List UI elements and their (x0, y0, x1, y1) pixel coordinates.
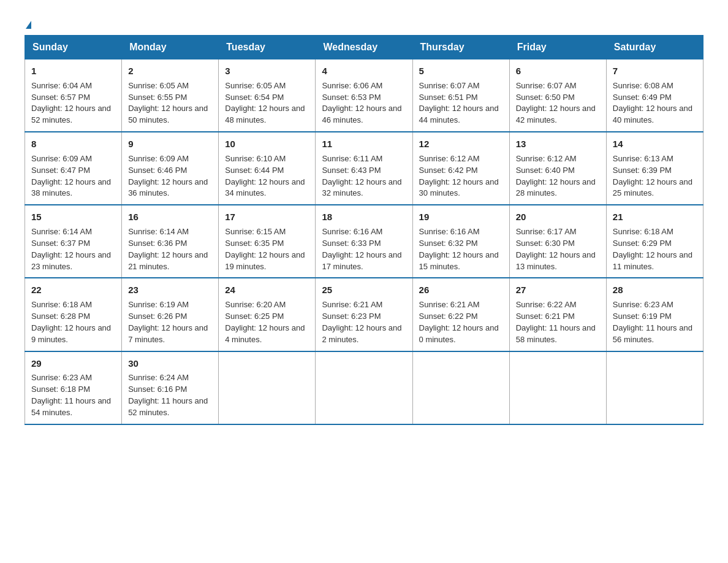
day-info: Sunrise: 6:04 AMSunset: 6:57 PMDaylight:… (31, 80, 115, 126)
calendar-week-row: 8Sunrise: 6:09 AMSunset: 6:47 PMDaylight… (25, 132, 703, 205)
table-row: 25Sunrise: 6:21 AMSunset: 6:23 PMDayligh… (316, 278, 412, 351)
table-row (412, 351, 509, 424)
day-info: Sunrise: 6:21 AMSunset: 6:22 PMDaylight:… (419, 299, 503, 345)
day-info: Sunrise: 6:07 AMSunset: 6:51 PMDaylight:… (419, 80, 503, 126)
day-number: 8 (31, 137, 115, 151)
day-info: Sunrise: 6:24 AMSunset: 6:16 PMDaylight:… (128, 372, 212, 418)
table-row: 8Sunrise: 6:09 AMSunset: 6:47 PMDaylight… (25, 132, 122, 205)
day-info: Sunrise: 6:17 AMSunset: 6:30 PMDaylight:… (516, 226, 600, 272)
table-row: 11Sunrise: 6:11 AMSunset: 6:43 PMDayligh… (316, 132, 412, 205)
table-row: 24Sunrise: 6:20 AMSunset: 6:25 PMDayligh… (219, 278, 316, 351)
day-info: Sunrise: 6:07 AMSunset: 6:50 PMDaylight:… (516, 80, 600, 126)
day-info: Sunrise: 6:12 AMSunset: 6:42 PMDaylight:… (419, 153, 503, 199)
calendar-table: Sunday Monday Tuesday Wednesday Thursday… (25, 35, 703, 425)
table-row (509, 351, 606, 424)
col-saturday: Saturday (606, 36, 703, 59)
day-number: 15 (31, 210, 115, 224)
day-info: Sunrise: 6:09 AMSunset: 6:47 PMDaylight:… (31, 153, 115, 199)
table-row: 30Sunrise: 6:24 AMSunset: 6:16 PMDayligh… (122, 351, 219, 424)
table-row: 20Sunrise: 6:17 AMSunset: 6:30 PMDayligh… (509, 205, 606, 278)
day-info: Sunrise: 6:20 AMSunset: 6:25 PMDaylight:… (225, 299, 309, 345)
table-row (219, 351, 316, 424)
day-number: 30 (128, 357, 212, 370)
day-info: Sunrise: 6:16 AMSunset: 6:33 PMDaylight:… (322, 226, 406, 272)
day-info: Sunrise: 6:06 AMSunset: 6:53 PMDaylight:… (322, 80, 406, 126)
table-row: 10Sunrise: 6:10 AMSunset: 6:44 PMDayligh… (219, 132, 316, 205)
calendar-week-row: 29Sunrise: 6:23 AMSunset: 6:18 PMDayligh… (25, 351, 703, 424)
col-wednesday: Wednesday (316, 36, 412, 59)
table-row: 29Sunrise: 6:23 AMSunset: 6:18 PMDayligh… (25, 351, 122, 424)
day-info: Sunrise: 6:14 AMSunset: 6:36 PMDaylight:… (128, 226, 212, 272)
day-info: Sunrise: 6:08 AMSunset: 6:49 PMDaylight:… (613, 80, 697, 126)
table-row: 9Sunrise: 6:09 AMSunset: 6:46 PMDaylight… (122, 132, 219, 205)
day-number: 14 (613, 137, 697, 151)
table-row: 22Sunrise: 6:18 AMSunset: 6:28 PMDayligh… (25, 278, 122, 351)
day-number: 9 (128, 137, 212, 151)
day-info: Sunrise: 6:23 AMSunset: 6:19 PMDaylight:… (613, 299, 697, 345)
table-row: 15Sunrise: 6:14 AMSunset: 6:37 PMDayligh… (25, 205, 122, 278)
table-row: 7Sunrise: 6:08 AMSunset: 6:49 PMDaylight… (606, 59, 703, 132)
table-row: 26Sunrise: 6:21 AMSunset: 6:22 PMDayligh… (412, 278, 509, 351)
day-info: Sunrise: 6:22 AMSunset: 6:21 PMDaylight:… (516, 299, 600, 345)
col-tuesday: Tuesday (219, 36, 316, 59)
day-number: 5 (419, 64, 503, 78)
day-number: 26 (419, 283, 503, 297)
table-row: 21Sunrise: 6:18 AMSunset: 6:29 PMDayligh… (606, 205, 703, 278)
day-number: 23 (128, 283, 212, 297)
day-number: 3 (225, 64, 309, 78)
table-row: 5Sunrise: 6:07 AMSunset: 6:51 PMDaylight… (412, 59, 509, 132)
table-row (606, 351, 703, 424)
table-row: 16Sunrise: 6:14 AMSunset: 6:36 PMDayligh… (122, 205, 219, 278)
day-info: Sunrise: 6:09 AMSunset: 6:46 PMDaylight:… (128, 153, 212, 199)
day-number: 18 (322, 210, 406, 224)
day-number: 19 (419, 210, 503, 224)
day-info: Sunrise: 6:05 AMSunset: 6:54 PMDaylight:… (225, 80, 309, 126)
table-row: 18Sunrise: 6:16 AMSunset: 6:33 PMDayligh… (316, 205, 412, 278)
day-info: Sunrise: 6:15 AMSunset: 6:35 PMDaylight:… (225, 226, 309, 272)
day-number: 10 (225, 137, 309, 151)
calendar-week-row: 1Sunrise: 6:04 AMSunset: 6:57 PMDaylight… (25, 59, 703, 132)
day-number: 1 (31, 64, 115, 78)
table-row: 12Sunrise: 6:12 AMSunset: 6:42 PMDayligh… (412, 132, 509, 205)
col-friday: Friday (509, 36, 606, 59)
day-number: 7 (613, 64, 697, 78)
logo (25, 18, 31, 29)
day-info: Sunrise: 6:13 AMSunset: 6:39 PMDaylight:… (613, 153, 697, 199)
day-number: 16 (128, 210, 212, 224)
table-row: 17Sunrise: 6:15 AMSunset: 6:35 PMDayligh… (219, 205, 316, 278)
day-info: Sunrise: 6:10 AMSunset: 6:44 PMDaylight:… (225, 153, 309, 199)
day-info: Sunrise: 6:23 AMSunset: 6:18 PMDaylight:… (31, 372, 115, 418)
day-number: 17 (225, 210, 309, 224)
day-number: 12 (419, 137, 503, 151)
day-info: Sunrise: 6:16 AMSunset: 6:32 PMDaylight:… (419, 226, 503, 272)
day-number: 29 (31, 357, 115, 370)
day-info: Sunrise: 6:18 AMSunset: 6:29 PMDaylight:… (613, 226, 697, 272)
day-number: 24 (225, 283, 309, 297)
day-number: 21 (613, 210, 697, 224)
day-number: 4 (322, 64, 406, 78)
col-thursday: Thursday (412, 36, 509, 59)
day-number: 22 (31, 283, 115, 297)
day-info: Sunrise: 6:11 AMSunset: 6:43 PMDaylight:… (322, 153, 406, 199)
table-row: 2Sunrise: 6:05 AMSunset: 6:55 PMDaylight… (122, 59, 219, 132)
day-info: Sunrise: 6:05 AMSunset: 6:55 PMDaylight:… (128, 80, 212, 126)
table-row: 27Sunrise: 6:22 AMSunset: 6:21 PMDayligh… (509, 278, 606, 351)
day-info: Sunrise: 6:14 AMSunset: 6:37 PMDaylight:… (31, 226, 115, 272)
table-row: 3Sunrise: 6:05 AMSunset: 6:54 PMDaylight… (219, 59, 316, 132)
table-row (316, 351, 412, 424)
calendar-week-row: 15Sunrise: 6:14 AMSunset: 6:37 PMDayligh… (25, 205, 703, 278)
day-number: 13 (516, 137, 600, 151)
day-number: 25 (322, 283, 406, 297)
logo-triangle-icon (26, 21, 31, 29)
day-number: 6 (516, 64, 600, 78)
day-info: Sunrise: 6:18 AMSunset: 6:28 PMDaylight:… (31, 299, 115, 345)
table-row: 19Sunrise: 6:16 AMSunset: 6:32 PMDayligh… (412, 205, 509, 278)
table-row: 6Sunrise: 6:07 AMSunset: 6:50 PMDaylight… (509, 59, 606, 132)
day-number: 2 (128, 64, 212, 78)
calendar-header-row: Sunday Monday Tuesday Wednesday Thursday… (25, 36, 703, 59)
table-row: 28Sunrise: 6:23 AMSunset: 6:19 PMDayligh… (606, 278, 703, 351)
calendar-week-row: 22Sunrise: 6:18 AMSunset: 6:28 PMDayligh… (25, 278, 703, 351)
col-sunday: Sunday (25, 36, 122, 59)
table-row: 13Sunrise: 6:12 AMSunset: 6:40 PMDayligh… (509, 132, 606, 205)
day-info: Sunrise: 6:21 AMSunset: 6:23 PMDaylight:… (322, 299, 406, 345)
